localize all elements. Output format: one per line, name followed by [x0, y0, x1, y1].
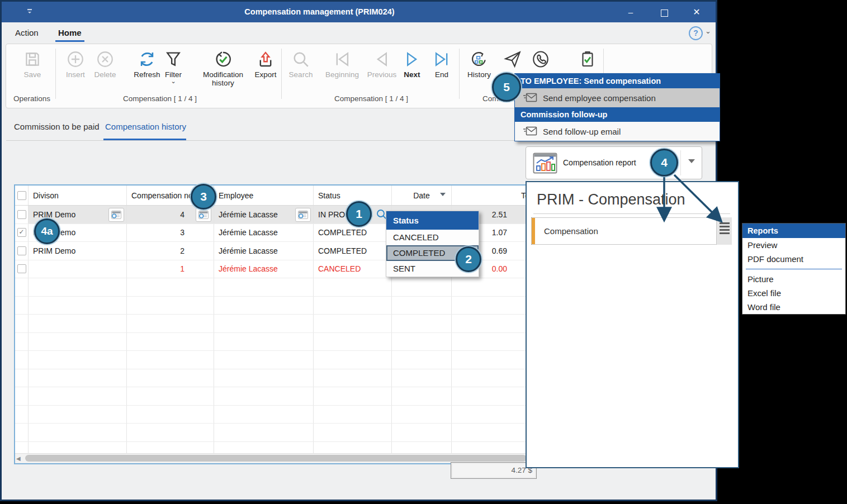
maximize-button[interactable] [652, 3, 676, 21]
menu-item-excel-file[interactable]: Excel file [742, 286, 845, 300]
modification-history-button[interactable]: Modification history [196, 50, 250, 87]
callout-badge-4: 4 [650, 149, 678, 177]
menu-item-word-file[interactable]: Word file [742, 300, 845, 314]
screen: Compensation management (PRIM024) – ✕ Ac… [0, 0, 847, 504]
next-icon [403, 50, 422, 69]
reports-context-menu: Reports Preview PDF document Picture Exc… [742, 223, 846, 315]
header-date-label: Date [413, 191, 430, 200]
menu-action[interactable]: Action [15, 28, 39, 37]
cell-employee: Jérémie Lacasse [214, 260, 314, 278]
report-list-item-compensation[interactable]: Compensation [531, 217, 717, 245]
tab-commission-to-be-paid[interactable]: Commission to be paid [14, 122, 100, 131]
send-compensation-menu: TO EMPLOYEE: Send compensation Send empl… [514, 73, 720, 141]
search-button[interactable]: Search [282, 50, 320, 79]
refresh-icon [138, 50, 157, 69]
row-checkbox[interactable] [17, 210, 26, 219]
date-sort-arrow-icon[interactable] [440, 193, 446, 196]
row-checkbox[interactable]: ✓ [17, 228, 26, 237]
help-icon[interactable]: ? [689, 26, 703, 40]
menu-divider [746, 269, 842, 269]
chevron-down-icon[interactable]: ⌄ [705, 27, 711, 35]
header-employee[interactable]: Employee [214, 186, 314, 205]
report-item-label: Compensation [544, 226, 598, 236]
cell-status: COMPLETED [314, 242, 392, 260]
menu-home[interactable]: Home [58, 28, 82, 37]
export-button[interactable]: Export [247, 50, 285, 79]
menu-item-send-employee-compensation[interactable]: Send employee compensation [515, 88, 720, 107]
export-icon [256, 50, 275, 69]
save-icon [23, 50, 42, 69]
cell-division [29, 260, 127, 278]
cell-employee: Jérémie Lacasse [214, 242, 314, 260]
close-button[interactable]: ✕ [685, 3, 708, 21]
menu-item-preview[interactable]: Preview [742, 238, 845, 252]
header-total[interactable]: Total [452, 186, 529, 205]
delete-button[interactable]: Delete [86, 50, 124, 79]
group-operations: Operations [12, 94, 52, 103]
table-row-empty[interactable] [15, 333, 528, 351]
group-compensation: Compensation [ 1 / 4 ] [112, 94, 207, 103]
beginning-button[interactable]: Beginning [323, 50, 361, 79]
table-row-empty[interactable] [15, 424, 528, 442]
save-button[interactable]: Save [13, 50, 51, 79]
cell-division: PRIM Demo [33, 210, 75, 219]
cell-employee: Jérémie Lacasse [219, 210, 278, 219]
table-row-empty[interactable] [15, 297, 528, 315]
hamburger-icon [720, 226, 730, 227]
callout-badge-4a: 4a [34, 218, 60, 244]
hamburger-icon [720, 232, 730, 234]
header-date[interactable]: Date [392, 186, 452, 205]
row-checkbox[interactable] [17, 246, 26, 255]
header-select-all-checkbox[interactable] [15, 186, 29, 205]
filter-button[interactable]: Filter ⌄ [154, 50, 192, 83]
table-row-empty[interactable] [15, 278, 528, 297]
menu-item-picture[interactable]: Picture [742, 272, 845, 286]
row-checkbox[interactable] [17, 264, 26, 273]
beginning-icon [333, 50, 352, 69]
report-dropdown-arrow-icon[interactable] [688, 159, 695, 163]
table-row-empty[interactable] [15, 387, 528, 406]
table-row-empty[interactable] [15, 351, 528, 369]
table-row-empty[interactable] [15, 406, 528, 424]
menu-item-pdf-document[interactable]: PDF document [742, 252, 845, 266]
menu-bar: Action Home ? ⌄ [2, 22, 716, 44]
tasks-button[interactable] [571, 50, 604, 69]
compensation-no-lookup-button[interactable] [196, 208, 211, 222]
filter-chevron-icon: ⌄ [154, 79, 192, 83]
table-row-empty[interactable] [15, 315, 528, 333]
delete-icon [96, 50, 115, 69]
window-title: Compensation management (PRIM024) [2, 2, 637, 22]
cell-compensation-no: 4 [180, 210, 184, 219]
send-email-icon [523, 126, 537, 136]
callout-badge-1: 1 [346, 201, 372, 227]
history-button[interactable]: History [460, 50, 498, 79]
phone-button[interactable] [524, 50, 557, 69]
header-division[interactable]: Divison [29, 186, 127, 205]
maximize-icon [661, 9, 668, 17]
cell-compensation-no: 1 [127, 260, 214, 278]
menu-item-label: Send follow-up email [543, 127, 621, 136]
total-sum-field: 4.27 $ [451, 462, 537, 479]
end-button[interactable]: End [423, 50, 461, 79]
division-lookup-button[interactable] [108, 208, 124, 222]
menu-item-send-followup-email[interactable]: Send follow-up email [515, 122, 720, 141]
cell-compensation-no: 3 [127, 224, 214, 242]
prim-compensation-panel: PRIM - Compensation Compensation [526, 181, 739, 468]
tab-compensation-history[interactable]: Compensation history [105, 122, 186, 131]
report-item-menu-button[interactable] [717, 217, 732, 245]
cell-division: PRIM Demo [29, 242, 127, 260]
hamburger-icon [720, 222, 730, 224]
checkbox[interactable] [17, 191, 26, 200]
menu-item-label: Send employee compensation [543, 93, 656, 103]
ribbon-divider [55, 49, 56, 99]
scrollbar-thumb[interactable] [25, 455, 527, 462]
phone-icon [531, 50, 550, 69]
scroll-left-arrow-icon[interactable]: ◀ [16, 455, 21, 462]
status-option-canceled[interactable]: CANCELED [386, 230, 479, 245]
employee-lookup-button[interactable] [295, 208, 311, 222]
table-row-empty[interactable] [15, 369, 528, 388]
history-icon [470, 50, 489, 69]
cell-employee: Jérémie Lacasse [214, 224, 314, 242]
insert-icon [66, 50, 85, 69]
minimize-button[interactable]: – [619, 3, 642, 21]
